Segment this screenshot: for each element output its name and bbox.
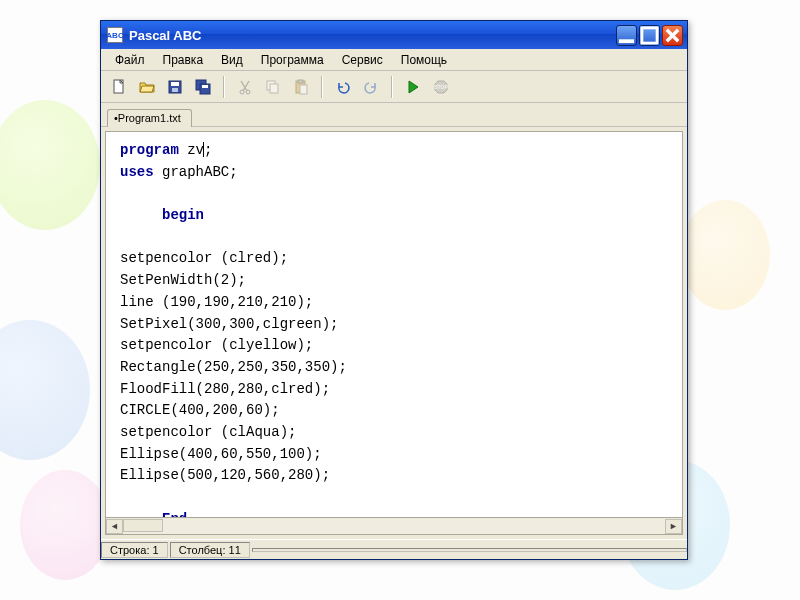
editor-area: program zv;uses graphABC; begin setpenco… [101,127,687,539]
svg-rect-5 [172,88,178,92]
svg-point-9 [240,90,244,94]
document-tabbar: •Program1.txt [101,103,687,127]
toolbar: STOP [101,71,687,103]
save-button[interactable] [163,75,187,99]
window-title: Pascal ABC [129,28,614,43]
svg-rect-15 [300,85,307,94]
toolbar-separator [321,76,323,98]
svg-rect-4 [171,82,179,86]
svg-rect-14 [298,80,303,83]
cut-button[interactable] [233,75,257,99]
status-col: Столбец: 11 [170,542,250,558]
redo-button[interactable] [359,75,383,99]
statusbar: Строка: 1 Столбец: 11 [101,539,687,559]
paste-button[interactable] [289,75,313,99]
status-col-value: 11 [229,544,241,556]
svg-text:STOP: STOP [434,84,448,90]
svg-rect-12 [270,84,278,93]
status-col-label: Столбец: [179,544,226,556]
svg-rect-0 [619,39,634,43]
menu-view[interactable]: Вид [213,51,251,69]
open-file-button[interactable] [135,75,159,99]
menu-edit[interactable]: Правка [155,51,212,69]
scroll-right-button[interactable]: ► [665,519,682,534]
code-editor[interactable]: program zv;uses graphABC; begin setpenco… [105,131,683,518]
toolbar-separator [223,76,225,98]
copy-button[interactable] [261,75,285,99]
horizontal-scrollbar[interactable]: ◄ ► [105,518,683,535]
document-tab[interactable]: •Program1.txt [107,109,192,127]
save-all-button[interactable] [191,75,215,99]
run-button[interactable] [401,75,425,99]
status-row-value: 1 [153,544,159,556]
scroll-track[interactable] [123,519,665,534]
menu-program[interactable]: Программа [253,51,332,69]
svg-point-10 [246,90,250,94]
app-window: ABC Pascal ABC Файл Правка Вид Программа… [100,20,688,560]
menu-file[interactable]: Файл [107,51,153,69]
titlebar[interactable]: ABC Pascal ABC [101,21,687,49]
toolbar-separator [391,76,393,98]
menu-help[interactable]: Помощь [393,51,455,69]
status-spacer [252,548,687,552]
menu-service[interactable]: Сервис [334,51,391,69]
new-file-button[interactable] [107,75,131,99]
scroll-thumb[interactable] [123,519,163,532]
svg-rect-8 [202,85,208,88]
minimize-button[interactable] [616,25,637,46]
status-row: Строка: 1 [101,542,168,558]
menubar: Файл Правка Вид Программа Сервис Помощь [101,49,687,71]
maximize-button[interactable] [639,25,660,46]
status-row-label: Строка: [110,544,149,556]
svg-rect-1 [642,27,657,42]
stop-button[interactable]: STOP [429,75,453,99]
scroll-left-button[interactable]: ◄ [106,519,123,534]
close-button[interactable] [662,25,683,46]
app-icon: ABC [107,27,123,43]
undo-button[interactable] [331,75,355,99]
